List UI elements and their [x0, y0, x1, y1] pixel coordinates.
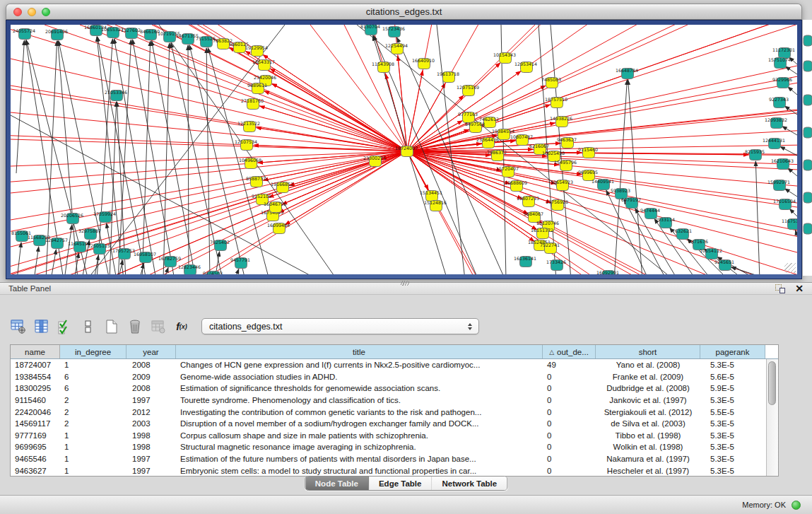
svg-text:32975887: 32975887 — [78, 228, 101, 233]
window-resize-grip[interactable] — [784, 263, 796, 273]
column-header-pagerank[interactable]: pagerank — [700, 345, 765, 358]
table-row[interactable]: 2242004622012Investigating the contribut… — [11, 406, 778, 418]
graph-node[interactable]: 9889611 — [247, 83, 267, 94]
pane-splitter-handle[interactable] — [401, 281, 409, 286]
graph-node[interactable]: 15124816 — [424, 200, 447, 211]
tab-network-table[interactable]: Network Table — [432, 477, 507, 490]
dropdown-arrows-icon — [468, 323, 472, 330]
svg-text:15751074: 15751074 — [768, 57, 791, 62]
table-cell: 2 — [60, 396, 126, 404]
graph-node[interactable]: 16099484 — [267, 223, 290, 234]
column-header-name[interactable]: name — [11, 345, 60, 358]
graph-node[interactable]: 32975887 — [78, 228, 101, 240]
float-panel-icon[interactable] — [775, 284, 785, 293]
table-row[interactable]: 911546021997Tourette syndrome. Phenomeno… — [11, 395, 778, 407]
graph-node[interactable]: 9227343 — [769, 97, 789, 108]
citation-network-graph[interactable]: 1872400712254494115439081664091019613718… — [11, 25, 797, 274]
graph-node[interactable]: 10688609 — [505, 180, 527, 192]
svg-text:2933114: 2933114 — [655, 217, 675, 222]
column-header-short[interactable]: short — [596, 345, 700, 358]
graph-node[interactable]: 16136141 — [514, 256, 536, 267]
graph-node[interactable]: 7625402 — [210, 240, 230, 251]
graph-node[interactable]: 12093832 — [765, 117, 787, 129]
table-row[interactable]: 969969511998Structural magnetic resonanc… — [11, 441, 778, 453]
table-row[interactable]: 946362711997Embryonic stem cells: a mode… — [11, 465, 778, 476]
select-all-icon[interactable] — [57, 318, 73, 335]
graph-node[interactable]: 12953414 — [514, 62, 537, 73]
table-row[interactable]: 1830029562008Estimation of significance … — [11, 382, 778, 395]
graph-node[interactable]: 18807293 — [517, 196, 539, 207]
scrollbar-thumb[interactable] — [768, 361, 776, 405]
graph-node[interactable]: 16640910 — [412, 58, 435, 69]
tab-node-table[interactable]: Node Table — [305, 477, 369, 490]
svg-text:15720407: 15720407 — [496, 166, 519, 171]
column-header-year[interactable]: year — [126, 345, 176, 358]
graph-node[interactable]: 15495796 — [554, 160, 577, 171]
table-row[interactable]: 946554611997Estimation of the future num… — [11, 453, 778, 465]
column-header-in_degree[interactable]: in_degree — [60, 345, 126, 358]
graph-node[interactable]: 8466160 — [140, 29, 160, 40]
svg-text:15495796: 15495796 — [554, 160, 577, 165]
row-cells-icon[interactable] — [80, 318, 97, 335]
graph-node[interactable]: 20691406 — [45, 29, 68, 40]
graph-node[interactable]: 1733426 — [546, 259, 566, 271]
table-cell: Corpus callosum shape and size in male p… — [176, 431, 543, 440]
svg-text:9684067: 9684067 — [524, 211, 543, 216]
graph-node[interactable]: 8588731 — [246, 176, 266, 187]
table-row[interactable]: 977716911998Corpus callosum shape and si… — [11, 430, 778, 442]
graph-node[interactable]: 12942757 — [45, 238, 68, 249]
network-window: citations_edges.txt 18724007122544941154… — [6, 4, 802, 279]
svg-text:10496068: 10496068 — [239, 158, 261, 163]
graph-node[interactable]: 10154343 — [493, 52, 516, 64]
table-row[interactable]: 1456911722003Disruption of a novel membe… — [11, 418, 778, 430]
graph-node[interactable]: 10654112 — [700, 248, 722, 259]
graph-node[interactable]: 16092991 — [596, 270, 619, 274]
graph-node[interactable]: 8497568 — [465, 122, 485, 133]
column-header-title[interactable]: title — [176, 345, 543, 358]
vertical-scrollbar[interactable] — [766, 359, 778, 476]
graph-node[interactable]: 27181760 — [241, 98, 264, 110]
graph-node[interactable]: 15751074 — [768, 57, 791, 69]
svg-text:19613718: 19613718 — [437, 71, 459, 76]
table-cell: Genome-wide association studies in ADHD. — [176, 373, 543, 381]
network-view-canvas[interactable]: 1872400712254494115439081664091019613718… — [11, 25, 797, 274]
graph-node[interactable]: 19654923 — [551, 180, 573, 191]
create-column-icon[interactable] — [103, 318, 120, 335]
close-panel-icon[interactable]: ✕ — [795, 282, 804, 295]
graph-node[interactable]: 6479197 — [621, 197, 641, 209]
window-titlebar[interactable]: citations_edges.txt — [6, 4, 802, 20]
svg-text:10154343: 10154343 — [493, 52, 516, 57]
delete-column-icon[interactable] — [126, 318, 143, 335]
svg-text:21053346: 21053346 — [105, 90, 127, 95]
graph-node[interactable]: 9424503 — [203, 271, 223, 274]
graph-node[interactable]: 14938226 — [550, 116, 572, 127]
graph-node[interactable]: 19613718 — [437, 71, 459, 83]
table-row[interactable]: 1938455462009Genome-wide association stu… — [11, 371, 778, 383]
table-source-dropdown[interactable]: citations_edges.txt — [201, 318, 479, 334]
tab-edge-table[interactable]: Edge Table — [369, 477, 433, 490]
graph-node[interactable]: 17957253 — [112, 248, 135, 259]
graph-node[interactable]: 7515526 — [196, 36, 216, 47]
table-cell: 1 — [60, 455, 126, 463]
table-cell: 5.9E-5 — [700, 384, 765, 392]
graph-node[interactable]: 9329966 — [772, 77, 792, 88]
graph-node[interactable]: 16543317 — [252, 59, 275, 71]
graph-node[interactable]: 11543908 — [372, 62, 394, 73]
graph-node[interactable]: 1527602 — [121, 28, 141, 39]
graph-node[interactable]: 2933114 — [655, 217, 675, 228]
graph-node[interactable]: 15723436 — [382, 26, 405, 37]
table-row[interactable]: 1872400712008Changes of HCN gene express… — [11, 359, 778, 371]
graph-node[interactable]: 12254494 — [385, 43, 408, 54]
graph-node[interactable]: 20206526 — [61, 213, 83, 224]
graph-node[interactable]: 12975169 — [457, 85, 479, 96]
graph-node[interactable]: 12823446 — [178, 264, 201, 274]
show-columns-icon[interactable] — [33, 318, 50, 335]
table-mode-icon[interactable] — [10, 318, 27, 335]
function-builder-icon[interactable]: f(x) — [173, 318, 190, 335]
svg-text:16543317: 16543317 — [252, 59, 275, 64]
graph-node[interactable]: 24055724 — [13, 28, 35, 40]
graph-node[interactable]: 18757510 — [545, 97, 567, 108]
graph-node[interactable]: 9457791 — [230, 257, 250, 269]
column-header-out_de[interactable]: △out_de... — [543, 345, 596, 358]
table-cell: 2012 — [126, 408, 176, 416]
